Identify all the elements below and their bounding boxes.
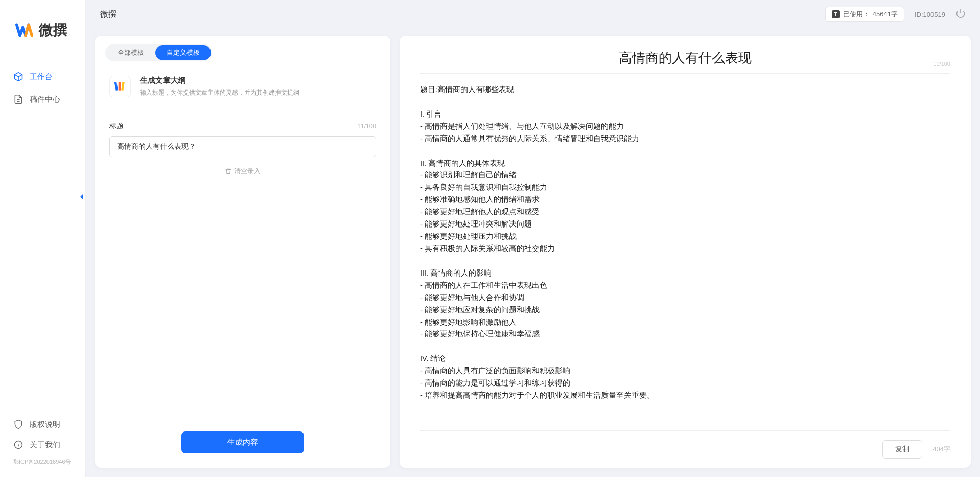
user-id: ID:100519 (915, 11, 945, 18)
nav-item-label: 稿件中心 (30, 95, 60, 104)
sidebar-item-about[interactable]: 关于我们 (0, 435, 85, 455)
svg-rect-5 (121, 82, 125, 91)
shield-icon (13, 419, 24, 429)
logo: 微撰 (0, 0, 85, 55)
sidebar: 微撰 工作台 稿件中心 版权说明 关于我们 鄂ICP备2022016946号 (0, 0, 86, 477)
cube-icon (13, 72, 24, 82)
title-char-count: 11/100 (357, 123, 376, 130)
left-panel: 全部模板 自定义模板 生成文章大纲 输入标题，为你提供文章主体的灵感，并为其创建… (95, 36, 390, 468)
icp-label: 鄂ICP备2022016946号 (0, 455, 85, 471)
result-body[interactable]: 题目:高情商的人有哪些表现 I. 引言 - 高情商是指人们处理情绪、与他人互动以… (400, 74, 971, 430)
logo-icon (15, 21, 34, 39)
title-input[interactable] (109, 136, 376, 157)
nav-items: 工作台 稿件中心 (0, 55, 85, 414)
power-icon (955, 8, 966, 18)
eraser-icon (225, 168, 232, 175)
books-icon (113, 80, 127, 93)
page-title: 微撰 (100, 9, 815, 20)
top-bar: 微撰 T 已使用： 45641字 ID:100519 (86, 0, 980, 29)
svg-rect-4 (119, 82, 121, 90)
generate-button[interactable]: 生成内容 (181, 431, 304, 453)
result-header: 高情商的人有什么表现 10/100 (400, 36, 971, 73)
info-icon (13, 440, 24, 450)
nav-item-workbench[interactable]: 工作台 (0, 65, 85, 88)
content: 全部模板 自定义模板 生成文章大纲 输入标题，为你提供文章主体的灵感，并为其创建… (86, 29, 980, 477)
template-card: 生成文章大纲 输入标题，为你提供文章主体的灵感，并为其创建推文提纲 (95, 66, 390, 106)
clear-label: 清空录入 (234, 167, 261, 176)
sidebar-item-copyright[interactable]: 版权说明 (0, 414, 85, 435)
copy-button[interactable]: 复制 (882, 440, 922, 459)
tabs: 全部模板 自定义模板 (95, 36, 390, 66)
template-info: 生成文章大纲 输入标题，为你提供文章主体的灵感，并为其创建推文提纲 (140, 76, 299, 97)
chevron-left-icon (78, 193, 84, 201)
svg-rect-3 (114, 82, 118, 91)
tab-custom-templates[interactable]: 自定义模板 (155, 45, 211, 60)
sidebar-item-label: 关于我们 (30, 440, 60, 450)
template-title: 生成文章大纲 (140, 76, 299, 85)
sidebar-bottom: 版权说明 关于我们 鄂ICP备2022016946号 (0, 414, 85, 477)
result-footer: 复制 404字 (420, 430, 950, 468)
label-row: 标题 11/100 (109, 122, 376, 131)
power-button[interactable] (955, 8, 966, 20)
document-icon (13, 94, 24, 104)
usage-value: 45641字 (873, 10, 898, 19)
usage-badge[interactable]: T 已使用： 45641字 (825, 7, 904, 22)
form-section: 标题 11/100 清空录入 (95, 106, 390, 431)
title-label: 标题 (109, 122, 357, 131)
sidebar-collapse-handle[interactable] (77, 189, 86, 205)
template-desc: 输入标题，为你提供文章主体的灵感，并为其创建推文提纲 (140, 88, 299, 97)
main: 微撰 T 已使用： 45641字 ID:100519 全部模板 自定义模板 (86, 0, 980, 477)
right-panel: 高情商的人有什么表现 10/100 题目:高情商的人有哪些表现 I. 引言 - … (400, 36, 971, 468)
logo-text: 微撰 (39, 20, 67, 40)
usage-label: 已使用： (843, 10, 870, 19)
template-icon (109, 76, 131, 97)
tabs-inner: 全部模板 自定义模板 (105, 44, 212, 61)
nav-item-label: 工作台 (30, 72, 53, 82)
heading-char-count: 10/100 (933, 61, 950, 67)
sidebar-item-label: 版权说明 (30, 420, 60, 429)
nav-item-drafts[interactable]: 稿件中心 (0, 88, 85, 110)
result-heading: 高情商的人有什么表现 (420, 49, 950, 67)
text-icon: T (832, 10, 840, 18)
result-word-count: 404字 (932, 445, 950, 454)
clear-input-button[interactable]: 清空录入 (109, 157, 376, 185)
tab-all-templates[interactable]: 全部模板 (106, 45, 155, 60)
